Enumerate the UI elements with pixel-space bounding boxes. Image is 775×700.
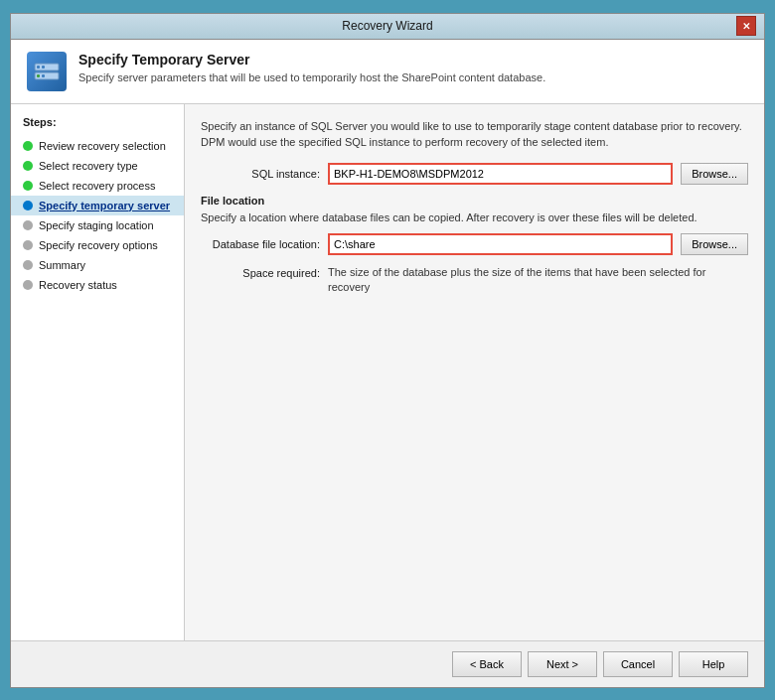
svg-rect-1 <box>37 66 40 69</box>
sidebar-item-staging[interactable]: Specify staging location <box>11 215 184 235</box>
sidebar-label-status: Recovery status <box>39 279 117 291</box>
dot-status <box>23 280 33 290</box>
sql-instance-row: SQL instance: Browse... <box>201 163 748 185</box>
sidebar-label-review: Review recovery selection <box>39 140 166 152</box>
browse-sql-button[interactable]: Browse... <box>681 163 748 185</box>
sidebar-item-review[interactable]: Review recovery selection <box>11 136 184 156</box>
sidebar-item-select-type[interactable]: Select recovery type <box>11 156 184 176</box>
sidebar-item-status[interactable]: Recovery status <box>11 275 184 295</box>
main-content: Specify an instance of SQL Server you wo… <box>185 104 764 640</box>
window-title: Recovery Wizard <box>39 19 736 33</box>
page-header: Specify Temporary Server Specify server … <box>11 40 764 104</box>
header-content: Specify Temporary Server Specify server … <box>78 52 545 83</box>
db-file-input[interactable] <box>328 233 673 255</box>
server-icon <box>33 58 61 85</box>
browse-db-button[interactable]: Browse... <box>681 233 748 255</box>
space-required-row: Space required: The size of the database… <box>201 265 748 296</box>
footer-bar: < Back Next > Cancel Help <box>11 640 764 687</box>
space-required-label: Space required: <box>201 265 320 279</box>
sidebar-item-recovery-opts[interactable]: Specify recovery options <box>11 235 184 255</box>
header-icon <box>27 52 67 91</box>
dot-select-process <box>23 181 33 191</box>
dot-recovery-opts <box>23 240 33 250</box>
dot-select-type <box>23 161 33 171</box>
sidebar-item-select-process[interactable]: Select recovery process <box>11 176 184 196</box>
cancel-button[interactable]: Cancel <box>603 651 673 677</box>
svg-rect-5 <box>42 74 45 77</box>
db-file-label: Database file location: <box>201 238 320 250</box>
svg-rect-4 <box>37 74 40 77</box>
content-area: Steps: Review recovery selection Select … <box>11 104 764 640</box>
dot-specify-temp <box>23 201 33 210</box>
dot-review <box>23 141 33 151</box>
sidebar-label-select-type: Select recovery type <box>39 160 138 172</box>
sql-instance-input[interactable] <box>328 163 673 185</box>
sidebar-label-recovery-opts: Specify recovery options <box>39 239 158 251</box>
sql-instance-label: SQL instance: <box>201 168 320 180</box>
sidebar-label-staging: Specify staging location <box>39 219 154 231</box>
sidebar-label-specify-temp: Specify temporary server <box>39 200 170 211</box>
steps-heading: Steps: <box>11 116 184 136</box>
file-location-title: File location <box>201 195 748 207</box>
sidebar-item-summary[interactable]: Summary <box>11 255 184 275</box>
sidebar-label-summary: Summary <box>39 259 85 271</box>
dot-summary <box>23 260 33 270</box>
db-file-row: Database file location: Browse... <box>201 233 748 255</box>
help-button[interactable]: Help <box>679 651 748 677</box>
page-title: Specify Temporary Server <box>78 52 545 68</box>
close-button[interactable]: ✕ <box>736 16 756 36</box>
steps-sidebar: Steps: Review recovery selection Select … <box>11 104 185 640</box>
dot-staging <box>23 220 33 230</box>
main-intro-text: Specify an instance of SQL Server you wo… <box>201 118 748 151</box>
recovery-wizard-window: Recovery Wizard ✕ Specify Temporary Serv… <box>10 13 765 688</box>
back-button[interactable]: < Back <box>452 651 522 677</box>
next-button[interactable]: Next > <box>528 651 597 677</box>
title-bar: Recovery Wizard ✕ <box>11 14 764 40</box>
sidebar-item-specify-temp[interactable]: Specify temporary server <box>11 196 184 215</box>
page-subtitle: Specify server parameters that will be u… <box>78 71 545 83</box>
space-required-text: The size of the database plus the size o… <box>328 265 748 296</box>
sidebar-label-select-process: Select recovery process <box>39 180 155 192</box>
svg-rect-2 <box>42 66 45 69</box>
file-location-desc: Specify a location where database files … <box>201 210 748 225</box>
